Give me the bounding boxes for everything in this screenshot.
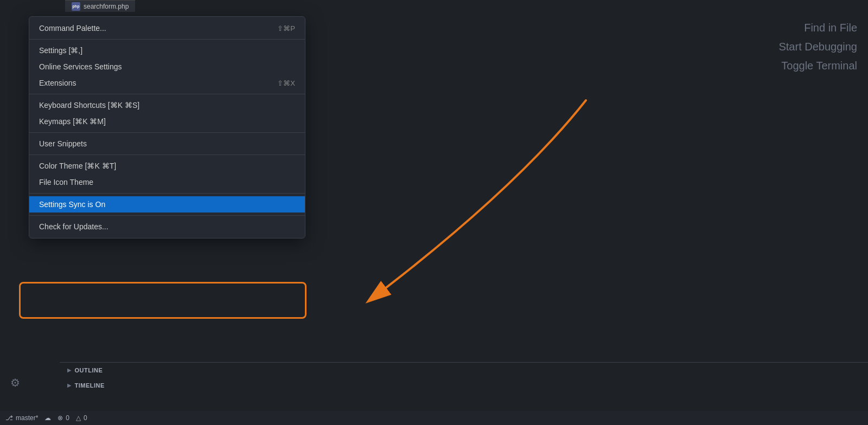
menu-item-label: Keyboard Shortcuts [⌘K ⌘S] xyxy=(39,101,139,110)
hint-debug: Start Debugging xyxy=(778,41,857,53)
status-bar: ⎇ master* ☁ ⊗ 0 △ 0 xyxy=(0,411,868,425)
menu-item-settings-sync[interactable]: Settings Sync is On xyxy=(29,196,305,212)
active-tab[interactable]: php searchform.php xyxy=(65,0,135,12)
timeline-label: TIMELINE xyxy=(75,382,105,389)
git-branch-icon: ⎇ xyxy=(5,414,13,422)
branch-name: master* xyxy=(16,414,38,422)
warning-icon: △ xyxy=(76,414,81,422)
menu-item-keyboard-shortcuts[interactable]: Keyboard Shortcuts [⌘K ⌘S] xyxy=(29,97,305,113)
menu-separator xyxy=(29,215,305,216)
bottom-panel: ▶ OUTLINE ▶ TIMELINE xyxy=(60,362,868,411)
menu-item-keymaps[interactable]: Keymaps [⌘K ⌘M] xyxy=(29,113,305,130)
menu-separator xyxy=(29,154,305,155)
timeline-chevron-icon: ▶ xyxy=(67,383,72,388)
tab-bar: php searchform.php xyxy=(0,0,868,12)
error-count[interactable]: ⊗ 0 xyxy=(58,414,69,422)
menu-item-label: Command Palette... xyxy=(39,24,106,33)
menu-item-check-updates[interactable]: Check for Updates... xyxy=(29,218,305,235)
menu-separator xyxy=(29,132,305,133)
menu-item-label: Settings Sync is On xyxy=(39,200,105,209)
menu-separator xyxy=(29,39,305,40)
menu-item-label: File Icon Theme xyxy=(39,178,93,186)
highlight-box xyxy=(19,282,307,319)
settings-gear-icon[interactable]: ⚙ xyxy=(5,373,25,392)
error-number: 0 xyxy=(66,414,69,422)
menu-item-file-icon-theme[interactable]: File Icon Theme xyxy=(29,174,305,190)
warning-count[interactable]: △ 0 xyxy=(76,414,87,422)
menu-item-shortcut: ⇧⌘X xyxy=(277,79,295,87)
warning-number: 0 xyxy=(84,414,87,422)
menu-item-command-palette[interactable]: Command Palette... ⇧⌘P xyxy=(29,20,305,36)
menu-item-label: Check for Updates... xyxy=(39,222,108,231)
menu-item-label: User Snippets xyxy=(39,139,87,148)
menu-separator xyxy=(29,94,305,94)
cloud-icon: ☁ xyxy=(44,414,51,422)
menu-item-label: Online Services Settings xyxy=(39,62,122,71)
hint-terminal: Toggle Terminal xyxy=(778,60,857,72)
menu-item-shortcut: ⇧⌘P xyxy=(277,24,295,33)
menu-item-label: Color Theme [⌘K ⌘T] xyxy=(39,162,116,170)
menu-item-extensions[interactable]: Extensions ⇧⌘X xyxy=(29,75,305,91)
outline-chevron-icon: ▶ xyxy=(67,368,72,373)
menu-separator xyxy=(29,193,305,194)
outline-label: OUTLINE xyxy=(75,367,103,374)
right-hints-panel: Find in File Start Debugging Toggle Term… xyxy=(778,22,868,72)
context-menu: Command Palette... ⇧⌘P Settings [⌘,] Onl… xyxy=(29,16,305,239)
error-icon: ⊗ xyxy=(58,414,63,422)
menu-item-label: Extensions xyxy=(39,79,76,87)
menu-item-label: Settings [⌘,] xyxy=(39,46,82,55)
git-branch[interactable]: ⎇ master* xyxy=(5,414,38,422)
timeline-section[interactable]: ▶ TIMELINE xyxy=(60,378,868,393)
menu-item-user-snippets[interactable]: User Snippets xyxy=(29,136,305,152)
menu-item-color-theme[interactable]: Color Theme [⌘K ⌘T] xyxy=(29,158,305,174)
tab-filename: searchform.php xyxy=(84,3,129,10)
menu-item-label: Keymaps [⌘K ⌘M] xyxy=(39,117,106,126)
menu-item-settings[interactable]: Settings [⌘,] xyxy=(29,42,305,59)
cloud-sync-status[interactable]: ☁ xyxy=(44,414,51,422)
php-icon: php xyxy=(72,2,80,11)
hint-find: Find in File xyxy=(778,22,857,34)
sidebar-bottom: ⚙ xyxy=(5,373,25,392)
menu-item-online-services[interactable]: Online Services Settings xyxy=(29,59,305,75)
outline-section[interactable]: ▶ OUTLINE xyxy=(60,363,868,378)
